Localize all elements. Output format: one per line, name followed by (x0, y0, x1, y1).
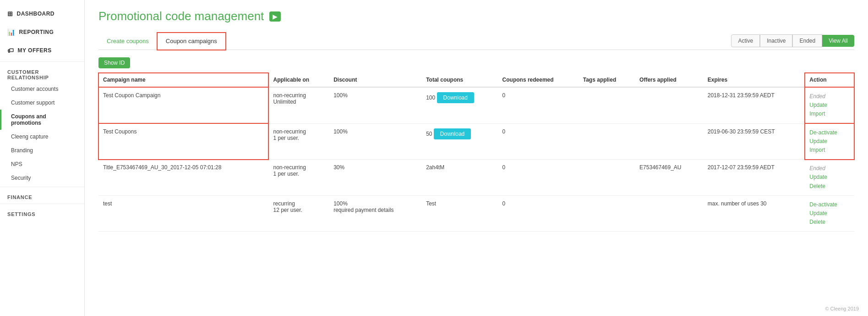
offers-applied-cell (635, 195, 703, 232)
sidebar-item-my-offers[interactable]: 🏷 MY OFFERS (0, 41, 84, 60)
applicable-on-cell: recurring12 per user. (268, 195, 329, 232)
show-id-button[interactable]: Show ID (98, 57, 130, 68)
expires-cell: 2018-12-31 23:59:59 AEDT (703, 87, 805, 123)
discount-cell: 30% (329, 160, 421, 196)
action-link-import[interactable]: Import (809, 110, 850, 118)
th-offers-applied: Offers applied (635, 73, 703, 87)
campaigns-table-container: Campaign name Applicable on Discount Tot… (98, 73, 854, 232)
sidebar-item-reporting[interactable]: 📊 REPORTING (0, 23, 84, 41)
action-link-delete[interactable]: Delete (809, 218, 850, 227)
action-link-update[interactable]: Update (809, 209, 850, 218)
campaign-name-cell: test (98, 195, 268, 232)
applicable-on-cell: non-recurring1 per user. (268, 160, 329, 196)
tabs-row: Create coupons Coupon campaigns Active I… (98, 33, 854, 50)
view-all-button[interactable]: View All (822, 35, 854, 47)
tabs-left: Create coupons Coupon campaigns (98, 33, 226, 50)
table-row: Test Couponsnon-recurring1 per user.100%… (98, 123, 854, 160)
reporting-icon: 📊 (7, 28, 16, 36)
total-coupons-cell: 100 Download (421, 87, 497, 123)
coupons-redeemed-cell: 0 (498, 195, 579, 232)
filter-active-button[interactable]: Active (731, 34, 760, 47)
action-link-delete[interactable]: Delete (809, 182, 850, 191)
sidebar-item-label: REPORTING (19, 29, 54, 35)
action-link-de-activate[interactable]: De-activate (809, 128, 850, 137)
th-discount: Discount (329, 73, 421, 87)
finance-section: FINANCE (0, 189, 84, 202)
action-link-ended[interactable]: Ended (809, 164, 850, 173)
footer: © Cleeng 2019 (825, 306, 859, 311)
table-header-row: Campaign name Applicable on Discount Tot… (98, 73, 854, 87)
applicable-on-cell: non-recurringUnlimited (268, 87, 329, 123)
offers-icon: 🏷 (7, 47, 14, 54)
main-content: Promotional code management ▶ Create cou… (85, 0, 868, 316)
table-row: Test Coupon Campaignnon-recurringUnlimit… (98, 87, 854, 123)
tags-applied-cell (579, 87, 635, 123)
download-button[interactable]: Download (437, 92, 474, 103)
th-applicable-on: Applicable on (268, 73, 329, 87)
action-link-import[interactable]: Import (809, 146, 850, 155)
page-title: Promotional code management (98, 9, 264, 23)
tab-create-coupons[interactable]: Create coupons (98, 33, 157, 50)
action-link-update[interactable]: Update (809, 173, 850, 182)
action-link-update[interactable]: Update (809, 137, 850, 146)
offers-applied-cell (635, 123, 703, 160)
discount-cell: 100% (329, 87, 421, 123)
expires-cell: 2017-12-07 23:59:59 AEDT (703, 160, 805, 196)
expires-cell: max. number of uses 30 (703, 195, 805, 232)
action-cell: EndedUpdateImport (805, 87, 854, 123)
table-row: testrecurring12 per user.100%required pa… (98, 195, 854, 232)
sidebar-item-security[interactable]: Security (0, 171, 84, 185)
applicable-on-cell: non-recurring1 per user. (268, 123, 329, 160)
coupons-redeemed-cell: 0 (498, 160, 579, 196)
campaign-name-cell: Test Coupon Campaign (98, 87, 268, 123)
total-coupons-cell: 2ah4tM (421, 160, 497, 196)
page-header: Promotional code management ▶ (98, 9, 854, 23)
th-total-coupons: Total coupons (421, 73, 497, 87)
campaigns-table: Campaign name Applicable on Discount Tot… (98, 73, 854, 232)
sidebar-item-label: MY OFFERS (18, 47, 52, 54)
th-campaign-name: Campaign name (98, 73, 268, 87)
campaign-name-cell: Test Coupons (98, 123, 268, 160)
footer-text: © Cleeng 2019 (825, 306, 859, 311)
action-cell: EndedUpdateDelete (805, 160, 854, 196)
sidebar-item-dashboard[interactable]: ⊞ DASHBOARD (0, 5, 84, 23)
total-coupons-cell: Test (421, 195, 497, 232)
download-button[interactable]: Download (434, 128, 471, 139)
campaign-name-cell: Title_E753467469_AU_30_2017-12-05 07:01:… (98, 160, 268, 196)
total-coupons-cell: 50 Download (421, 123, 497, 160)
tags-applied-cell (579, 195, 635, 232)
sidebar-item-cleeng-capture[interactable]: Cleeng capture (0, 130, 84, 144)
action-link-ended[interactable]: Ended (809, 92, 850, 101)
th-coupons-redeemed: Coupons redeemed (498, 73, 579, 87)
tab-coupon-campaigns[interactable]: Coupon campaigns (157, 33, 226, 50)
tabs-right: Active Inactive Ended View All (731, 34, 854, 47)
sidebar: ⊞ DASHBOARD 📊 REPORTING 🏷 MY OFFERS CUST… (0, 0, 85, 316)
offers-applied-cell (635, 87, 703, 123)
th-action: Action (805, 73, 854, 87)
offers-applied-cell: E753467469_AU (635, 160, 703, 196)
sidebar-item-nps[interactable]: NPS (0, 157, 84, 171)
th-expires: Expires (703, 73, 805, 87)
filter-ended-button[interactable]: Ended (792, 34, 822, 47)
sidebar-item-customer-accounts[interactable]: Customer accounts (0, 82, 84, 96)
discount-cell: 100% (329, 123, 421, 160)
discount-cell: 100%required payment details (329, 195, 421, 232)
tags-applied-cell (579, 160, 635, 196)
sidebar-item-branding[interactable]: Branding (0, 144, 84, 157)
action-link-update[interactable]: Update (809, 101, 850, 110)
tags-applied-cell (579, 123, 635, 160)
expires-cell: 2019-06-30 23:59:59 CEST (703, 123, 805, 160)
coupons-redeemed-cell: 0 (498, 87, 579, 123)
th-tags-applied: Tags applied (579, 73, 635, 87)
sidebar-item-customer-support[interactable]: Customer support (0, 96, 84, 110)
video-icon[interactable]: ▶ (269, 11, 281, 22)
customer-relationship-section: CUSTOMER RELATIONSHIP (0, 64, 84, 82)
settings-section: SETTINGS (0, 206, 84, 219)
sidebar-item-coupons-promotions[interactable]: Coupons and promotions (0, 110, 84, 130)
action-cell: De-activateUpdateDelete (805, 195, 854, 232)
sidebar-item-label: DASHBOARD (17, 11, 55, 17)
filter-inactive-button[interactable]: Inactive (760, 34, 792, 47)
action-cell: De-activateUpdateImport (805, 123, 854, 160)
action-link-de-activate[interactable]: De-activate (809, 200, 850, 209)
dashboard-icon: ⊞ (7, 10, 13, 17)
